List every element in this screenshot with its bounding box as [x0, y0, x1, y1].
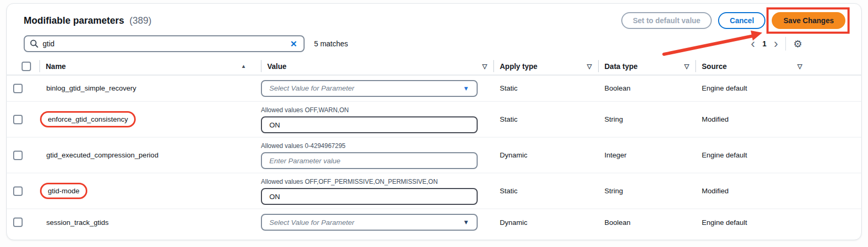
table-row: gtid_executed_compression_period Allowed…	[7, 137, 861, 173]
apply-type-cell: Dynamic	[493, 137, 598, 173]
source-cell: Modified	[695, 102, 861, 137]
parameter-name: gtid_executed_compression_period	[46, 151, 158, 159]
parameter-name-cell: gtid-mode	[39, 173, 261, 209]
save-button-wrap: Save Changes	[772, 12, 845, 29]
column-header-value[interactable]: Value ▽	[261, 57, 493, 75]
value-input[interactable]	[261, 116, 478, 133]
page-title: Modifiable parameters	[24, 15, 124, 26]
parameter-value-cell: Select Value for Parameter ▼	[261, 209, 493, 235]
table-row: binlog_gtid_simple_recovery Select Value…	[7, 75, 861, 102]
header-actions: Set to default value Cancel Save Changes	[621, 12, 845, 29]
toolbar-divider	[785, 37, 786, 51]
value-select[interactable]: Select Value for Parameter ▼	[261, 80, 478, 97]
source-cell: Engine default	[695, 75, 861, 101]
column-header-apply-type[interactable]: Apply type ▽	[493, 57, 598, 75]
apply-type-cell: Dynamic	[493, 209, 598, 235]
parameter-name-annotated: gtid-mode	[40, 183, 87, 199]
apply-type-cell: Static	[493, 173, 598, 209]
dropdown-arrow-icon: ▼	[463, 85, 469, 92]
select-all-checkbox[interactable]	[22, 62, 31, 71]
filter-data-type-icon[interactable]: ▽	[684, 63, 695, 70]
dropdown-arrow-icon: ▼	[463, 219, 469, 226]
parameter-count: (389)	[127, 15, 152, 26]
pagination: ‹ 1 › ⚙	[751, 37, 845, 51]
settings-gear-icon[interactable]: ⚙	[793, 38, 802, 50]
column-header-name[interactable]: Name ▲	[39, 57, 261, 75]
parameter-value-cell: Allowed values OFF,OFF_PERMISSIVE,ON_PER…	[261, 173, 493, 209]
allowed-values-hint: Allowed values OFF,WARN,ON	[261, 106, 478, 114]
row-checkbox[interactable]	[13, 218, 23, 227]
table-row: enforce_gtid_consistency Allowed values …	[7, 102, 861, 137]
parameter-name-cell: gtid_executed_compression_period	[39, 137, 261, 173]
modifiable-parameters-panel: Modifiable parameters (389) Set to defau…	[6, 3, 862, 240]
matches-count: 5 matches	[314, 39, 348, 48]
save-changes-button[interactable]: Save Changes	[772, 12, 845, 29]
parameter-value-cell: Allowed values 0-4294967295	[261, 137, 493, 173]
search-input[interactable]	[38, 39, 289, 48]
clear-search-icon[interactable]: ✕	[289, 39, 298, 49]
row-checkbox[interactable]	[13, 151, 23, 160]
source-cell: Engine default	[695, 137, 861, 173]
parameters-page: Modifiable parameters (389) Set to defau…	[0, 0, 868, 247]
table-row: session_track_gtids Select Value for Par…	[7, 209, 861, 235]
parameter-value-cell: Allowed values OFF,WARN,ON	[261, 102, 493, 137]
data-type-cell: Integer	[598, 137, 695, 173]
source-cell: Modified	[695, 173, 861, 209]
filter-source-icon[interactable]: ▽	[798, 63, 861, 70]
parameter-name-cell: enforce_gtid_consistency	[39, 102, 261, 137]
panel-title-wrap: Modifiable parameters (389)	[24, 15, 152, 26]
apply-type-cell: Static	[493, 75, 598, 101]
value-input[interactable]	[261, 188, 478, 205]
parameter-name-cell: binlog_gtid_simple_recovery	[39, 75, 261, 101]
parameter-search-box[interactable]: ✕	[24, 35, 305, 52]
search-icon	[30, 39, 38, 48]
row-checkbox[interactable]	[13, 115, 23, 124]
table-header: Name ▲ Value ▽ Apply type ▽ Data type ▽ …	[7, 57, 861, 75]
parameter-name: session_track_gtids	[46, 219, 109, 226]
data-type-cell: String	[598, 173, 695, 209]
parameter-name: binlog_gtid_simple_recovery	[46, 84, 136, 92]
current-page-number[interactable]: 1	[762, 39, 766, 48]
allowed-values-hint: Allowed values OFF,OFF_PERMISSIVE,ON_PER…	[261, 178, 478, 185]
data-type-cell: Boolean	[598, 209, 695, 235]
allowed-values-hint: Allowed values 0-4294967295	[261, 142, 478, 150]
parameter-name-cell: session_track_gtids	[39, 209, 261, 235]
row-checkbox[interactable]	[13, 186, 23, 196]
data-type-cell: Boolean	[598, 75, 695, 101]
source-cell: Engine default	[695, 209, 861, 235]
table-row: gtid-mode Allowed values OFF,OFF_PERMISS…	[7, 173, 861, 209]
data-type-cell: String	[598, 102, 695, 137]
value-select[interactable]: Select Value for Parameter ▼	[261, 214, 478, 231]
apply-type-cell: Static	[493, 102, 598, 137]
value-input[interactable]	[261, 152, 478, 169]
sort-ascending-icon[interactable]: ▲	[241, 63, 261, 69]
column-header-source[interactable]: Source ▽	[695, 57, 861, 75]
set-to-default-button[interactable]: Set to default value	[621, 12, 712, 29]
parameter-name-annotated: enforce_gtid_consistency	[40, 111, 136, 127]
cancel-button[interactable]: Cancel	[718, 12, 765, 29]
parameter-value-cell: Select Value for Parameter ▼	[261, 75, 493, 101]
previous-page-icon[interactable]: ‹	[751, 38, 755, 49]
filter-apply-type-icon[interactable]: ▽	[587, 63, 598, 70]
row-checkbox[interactable]	[13, 84, 23, 93]
table-toolbar: ✕ 5 matches ‹ 1 › ⚙	[7, 31, 861, 57]
select-all-cell	[7, 57, 39, 75]
next-page-icon[interactable]: ›	[774, 38, 778, 49]
column-header-data-type[interactable]: Data type ▽	[598, 57, 695, 75]
panel-header: Modifiable parameters (389) Set to defau…	[7, 4, 861, 31]
filter-value-icon[interactable]: ▽	[482, 63, 493, 70]
